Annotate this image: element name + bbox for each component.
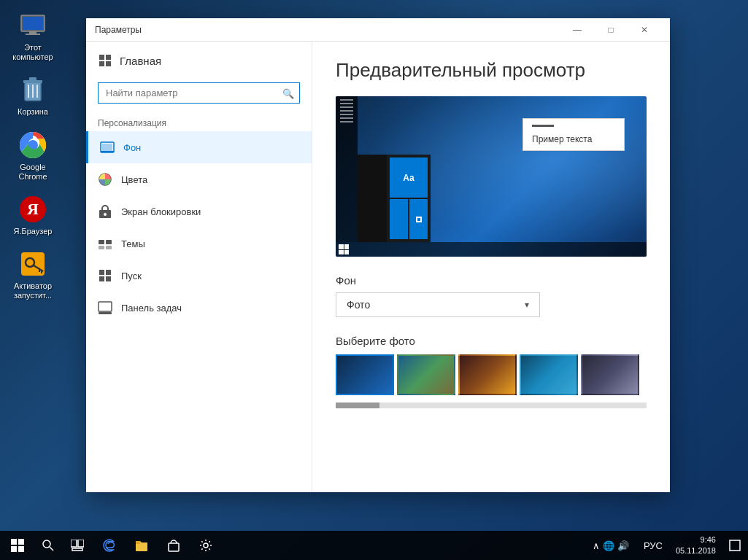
- preview-sidebar: [336, 96, 358, 242]
- preview-start-left: [358, 155, 387, 242]
- sidebar-item-background[interactable]: Фон: [86, 131, 312, 163]
- desktop-icon-label: Этоткомпьютер: [12, 43, 53, 62]
- explorer-button[interactable]: [126, 531, 158, 560]
- chrome-icon: [18, 131, 47, 160]
- store-icon: [167, 539, 180, 552]
- desktop-icon-activator[interactable]: Активаторзапустит...: [4, 246, 62, 304]
- preview-sidebar-line: [340, 110, 353, 112]
- window-controls: — □ ✕: [560, 18, 661, 42]
- photo-thumb-1[interactable]: [336, 354, 394, 395]
- photo-thumb-3[interactable]: [458, 354, 517, 395]
- sidebar-search: 🔍: [98, 82, 300, 104]
- svg-rect-48: [72, 548, 82, 551]
- svg-rect-39: [99, 312, 112, 314]
- svg-rect-22: [99, 61, 104, 66]
- desktop-icon-google-chrome[interactable]: Google Chrome: [4, 127, 62, 185]
- date-display: 05.11.2018: [676, 545, 716, 556]
- notification-icon: [729, 540, 741, 551]
- svg-rect-51: [169, 543, 179, 551]
- edge-button[interactable]: [93, 531, 126, 560]
- start-button[interactable]: [0, 531, 35, 560]
- svg-rect-38: [99, 302, 112, 311]
- task-view-icon: [71, 540, 84, 551]
- sidebar: Главная 🔍 Персонализация: [86, 42, 312, 492]
- taskbar-sys-tray[interactable]: ∧ 🌐 🔊: [585, 531, 636, 560]
- photo-thumb-5[interactable]: [581, 354, 639, 395]
- preview-tile-2: [409, 199, 428, 239]
- svg-rect-2: [29, 31, 36, 34]
- close-button[interactable]: ✕: [628, 18, 661, 42]
- minimize-button[interactable]: —: [560, 18, 594, 42]
- sidebar-item-label: Темы: [121, 238, 145, 249]
- recycle-bin-icon: [18, 75, 47, 104]
- window-titlebar: Параметры — □ ✕: [86, 18, 670, 42]
- svg-rect-43: [18, 546, 24, 552]
- time-display: 9:46: [701, 534, 716, 545]
- sidebar-item-label: Пуск: [121, 271, 142, 281]
- photo-thumb-4[interactable]: [520, 354, 578, 395]
- search-input[interactable]: [98, 82, 300, 104]
- svg-rect-53: [730, 540, 740, 551]
- svg-rect-47: [78, 540, 84, 547]
- svg-point-12: [29, 141, 36, 149]
- svg-rect-50: [136, 541, 140, 544]
- preview-tile-1: [390, 199, 408, 239]
- desktop-icon-label: Корзина: [18, 107, 48, 117]
- settings-taskbar-button[interactable]: [190, 531, 222, 560]
- main-content: Предварительный просмотр: [312, 42, 670, 492]
- svg-point-44: [43, 540, 50, 548]
- preview-sidebar-line: [340, 103, 353, 104]
- background-dropdown[interactable]: Фото ▾: [336, 292, 540, 317]
- maximize-button[interactable]: □: [594, 18, 628, 42]
- photo-thumb-2[interactable]: [397, 354, 455, 395]
- sidebar-item-lock-screen[interactable]: Экран блокировки: [86, 195, 312, 228]
- taskbar-right: ∧ 🌐 🔊 РУС 9:46 05.11.2018: [585, 531, 748, 560]
- preview-taskbar: [336, 242, 647, 257]
- sidebar-item-taskbar[interactable]: Панель задач: [86, 292, 312, 324]
- taskbar-buttons: [61, 531, 222, 560]
- start-icon: [98, 268, 112, 283]
- photo-thumbnails: [336, 354, 647, 395]
- background-icon: [100, 140, 115, 155]
- sidebar-item-colors[interactable]: Цвета: [86, 163, 312, 195]
- window-body: Главная 🔍 Персонализация: [86, 42, 670, 492]
- svg-rect-42: [11, 546, 17, 552]
- network-icon: 🌐: [603, 540, 614, 551]
- desktop-icon-recycle-bin[interactable]: Корзина: [4, 71, 62, 120]
- content-scrollbar[interactable]: [336, 402, 647, 408]
- desktop-icons: Этоткомпьютер Корзина: [0, 0, 66, 305]
- sidebar-home-item[interactable]: Главная: [86, 42, 312, 79]
- chevron-down-icon: ▾: [525, 300, 529, 310]
- taskbar-lang[interactable]: РУС: [636, 531, 670, 560]
- computer-icon: [18, 11, 47, 40]
- task-view-button[interactable]: [61, 531, 93, 560]
- svg-rect-41: [18, 539, 24, 545]
- svg-rect-25: [102, 144, 112, 151]
- taskbar-clock[interactable]: 9:46 05.11.2018: [670, 534, 722, 557]
- svg-text:Я: Я: [27, 200, 39, 218]
- scrollbar-thumb[interactable]: [336, 402, 379, 408]
- windows-icon: [11, 539, 24, 552]
- taskbar: ∧ 🌐 🔊 РУС 9:46 05.11.2018: [0, 531, 748, 560]
- sidebar-item-themes[interactable]: Темы: [86, 228, 312, 260]
- colors-icon: [98, 172, 112, 187]
- notification-button[interactable]: [722, 531, 748, 560]
- store-button[interactable]: [158, 531, 190, 560]
- sidebar-item-start[interactable]: Пуск: [86, 260, 312, 292]
- svg-rect-30: [99, 240, 104, 244]
- chevron-up-icon: ∧: [593, 540, 600, 551]
- svg-rect-35: [106, 270, 111, 275]
- photo-chooser-section: Выберите фото: [336, 335, 647, 395]
- volume-icon: 🔊: [617, 540, 629, 551]
- svg-rect-3: [26, 34, 40, 35]
- desktop-icon-yandex[interactable]: Я Я.Браузер: [4, 191, 62, 240]
- taskbar-search-button[interactable]: [35, 531, 61, 560]
- svg-rect-40: [11, 539, 17, 545]
- svg-rect-20: [99, 55, 104, 60]
- search-icon: 🔍: [282, 88, 294, 98]
- home-icon: [98, 53, 112, 68]
- yandex-icon: Я: [18, 195, 47, 224]
- desktop-icon-my-computer[interactable]: Этоткомпьютер: [4, 7, 62, 66]
- key-icon: [18, 249, 47, 279]
- settings-icon: [199, 539, 212, 552]
